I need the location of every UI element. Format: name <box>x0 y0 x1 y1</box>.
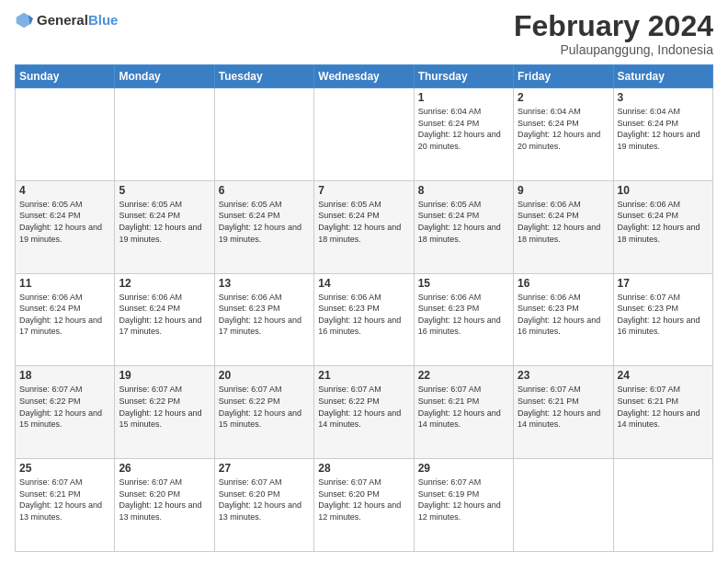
day-cell-9: 9Sunrise: 6:06 AMSunset: 6:24 PMDaylight… <box>514 180 613 273</box>
day-cell-21: 21Sunrise: 6:07 AMSunset: 6:22 PMDayligh… <box>314 366 414 459</box>
svg-marker-0 <box>17 13 32 29</box>
week-row-1: 1Sunrise: 6:04 AMSunset: 6:24 PMDaylight… <box>16 88 713 181</box>
day-number: 2 <box>518 91 609 104</box>
day-number: 5 <box>119 184 210 197</box>
logo-icon <box>15 11 33 29</box>
day-info: Sunrise: 6:07 AMSunset: 6:20 PMDaylight:… <box>318 477 409 523</box>
day-info: Sunrise: 6:06 AMSunset: 6:24 PMDaylight:… <box>518 199 609 245</box>
day-number: 7 <box>318 184 409 197</box>
day-cell-13: 13Sunrise: 6:06 AMSunset: 6:23 PMDayligh… <box>214 273 313 366</box>
day-number: 3 <box>618 91 709 104</box>
day-cell-28: 28Sunrise: 6:07 AMSunset: 6:20 PMDayligh… <box>314 459 414 552</box>
day-number: 21 <box>318 369 409 382</box>
week-row-5: 25Sunrise: 6:07 AMSunset: 6:21 PMDayligh… <box>16 459 713 552</box>
day-cell-14: 14Sunrise: 6:06 AMSunset: 6:23 PMDayligh… <box>314 273 414 366</box>
day-info: Sunrise: 6:07 AMSunset: 6:21 PMDaylight:… <box>618 384 709 430</box>
day-info: Sunrise: 6:06 AMSunset: 6:24 PMDaylight:… <box>119 292 210 338</box>
empty-cell <box>613 459 712 552</box>
day-number: 26 <box>119 462 210 475</box>
day-info: Sunrise: 6:07 AMSunset: 6:22 PMDaylight:… <box>119 384 210 430</box>
logo-general: General <box>37 12 88 28</box>
day-info: Sunrise: 6:06 AMSunset: 6:23 PMDaylight:… <box>318 292 409 338</box>
empty-cell <box>16 88 115 181</box>
empty-cell <box>115 88 214 181</box>
day-cell-18: 18Sunrise: 6:07 AMSunset: 6:22 PMDayligh… <box>16 366 115 459</box>
day-cell-6: 6Sunrise: 6:05 AMSunset: 6:24 PMDaylight… <box>214 180 313 273</box>
day-cell-23: 23Sunrise: 6:07 AMSunset: 6:21 PMDayligh… <box>514 366 613 459</box>
day-info: Sunrise: 6:06 AMSunset: 6:24 PMDaylight:… <box>618 199 709 245</box>
day-info: Sunrise: 6:07 AMSunset: 6:22 PMDaylight:… <box>318 384 409 430</box>
day-info: Sunrise: 6:06 AMSunset: 6:24 PMDaylight:… <box>19 292 110 338</box>
day-header-saturday: Saturday <box>613 65 712 88</box>
day-number: 6 <box>219 184 310 197</box>
top-area: GeneralBlue February 2024 Pulaupanggung,… <box>15 11 713 57</box>
day-cell-29: 29Sunrise: 6:07 AMSunset: 6:19 PMDayligh… <box>414 459 513 552</box>
day-cell-8: 8Sunrise: 6:05 AMSunset: 6:24 PMDaylight… <box>414 180 513 273</box>
day-cell-15: 15Sunrise: 6:06 AMSunset: 6:23 PMDayligh… <box>414 273 513 366</box>
day-header-thursday: Thursday <box>414 65 513 88</box>
week-row-3: 11Sunrise: 6:06 AMSunset: 6:24 PMDayligh… <box>16 273 713 366</box>
calendar: SundayMondayTuesdayWednesdayThursdayFrid… <box>15 64 713 552</box>
day-info: Sunrise: 6:07 AMSunset: 6:21 PMDaylight:… <box>418 384 509 430</box>
day-cell-16: 16Sunrise: 6:06 AMSunset: 6:23 PMDayligh… <box>514 273 613 366</box>
day-cell-26: 26Sunrise: 6:07 AMSunset: 6:20 PMDayligh… <box>115 459 214 552</box>
day-cell-4: 4Sunrise: 6:05 AMSunset: 6:24 PMDaylight… <box>16 180 115 273</box>
day-number: 11 <box>19 277 110 290</box>
day-cell-3: 3Sunrise: 6:04 AMSunset: 6:24 PMDaylight… <box>613 88 712 181</box>
day-number: 20 <box>219 369 310 382</box>
day-info: Sunrise: 6:07 AMSunset: 6:22 PMDaylight:… <box>219 384 310 430</box>
day-info: Sunrise: 6:07 AMSunset: 6:23 PMDaylight:… <box>618 292 709 338</box>
day-cell-19: 19Sunrise: 6:07 AMSunset: 6:22 PMDayligh… <box>115 366 214 459</box>
day-cell-27: 27Sunrise: 6:07 AMSunset: 6:20 PMDayligh… <box>214 459 313 552</box>
day-number: 15 <box>418 277 509 290</box>
day-info: Sunrise: 6:04 AMSunset: 6:24 PMDaylight:… <box>618 106 709 152</box>
day-info: Sunrise: 6:07 AMSunset: 6:21 PMDaylight:… <box>518 384 609 430</box>
day-cell-17: 17Sunrise: 6:07 AMSunset: 6:23 PMDayligh… <box>613 273 712 366</box>
day-number: 12 <box>119 277 210 290</box>
day-info: Sunrise: 6:05 AMSunset: 6:24 PMDaylight:… <box>219 199 310 245</box>
day-number: 16 <box>518 277 609 290</box>
day-info: Sunrise: 6:06 AMSunset: 6:23 PMDaylight:… <box>219 292 310 338</box>
week-row-4: 18Sunrise: 6:07 AMSunset: 6:22 PMDayligh… <box>16 366 713 459</box>
day-cell-22: 22Sunrise: 6:07 AMSunset: 6:21 PMDayligh… <box>414 366 513 459</box>
page: GeneralBlue February 2024 Pulaupanggung,… <box>0 0 728 563</box>
day-info: Sunrise: 6:05 AMSunset: 6:24 PMDaylight:… <box>418 199 509 245</box>
day-number: 24 <box>618 369 709 382</box>
day-number: 27 <box>219 462 310 475</box>
day-cell-1: 1Sunrise: 6:04 AMSunset: 6:24 PMDaylight… <box>414 88 513 181</box>
day-number: 10 <box>618 184 709 197</box>
logo: GeneralBlue <box>15 11 118 29</box>
day-info: Sunrise: 6:07 AMSunset: 6:21 PMDaylight:… <box>19 477 110 523</box>
day-info: Sunrise: 6:07 AMSunset: 6:20 PMDaylight:… <box>119 477 210 523</box>
week-row-2: 4Sunrise: 6:05 AMSunset: 6:24 PMDaylight… <box>16 180 713 273</box>
logo-blue: Blue <box>88 12 119 28</box>
day-number: 9 <box>518 184 609 197</box>
day-info: Sunrise: 6:05 AMSunset: 6:24 PMDaylight:… <box>19 199 110 245</box>
day-info: Sunrise: 6:06 AMSunset: 6:23 PMDaylight:… <box>418 292 509 338</box>
day-number: 22 <box>418 369 509 382</box>
day-cell-2: 2Sunrise: 6:04 AMSunset: 6:24 PMDaylight… <box>514 88 613 181</box>
day-info: Sunrise: 6:05 AMSunset: 6:24 PMDaylight:… <box>119 199 210 245</box>
day-cell-20: 20Sunrise: 6:07 AMSunset: 6:22 PMDayligh… <box>214 366 313 459</box>
day-header-wednesday: Wednesday <box>314 65 414 88</box>
day-info: Sunrise: 6:04 AMSunset: 6:24 PMDaylight:… <box>518 106 609 152</box>
day-number: 17 <box>618 277 709 290</box>
day-info: Sunrise: 6:04 AMSunset: 6:24 PMDaylight:… <box>418 106 509 152</box>
month-title: February 2024 <box>514 11 713 40</box>
day-number: 14 <box>318 277 409 290</box>
day-info: Sunrise: 6:06 AMSunset: 6:23 PMDaylight:… <box>518 292 609 338</box>
day-cell-10: 10Sunrise: 6:06 AMSunset: 6:24 PMDayligh… <box>613 180 712 273</box>
day-info: Sunrise: 6:07 AMSunset: 6:19 PMDaylight:… <box>418 477 509 523</box>
day-number: 29 <box>418 462 509 475</box>
day-number: 18 <box>19 369 110 382</box>
day-number: 19 <box>119 369 210 382</box>
day-header-friday: Friday <box>514 65 613 88</box>
day-cell-11: 11Sunrise: 6:06 AMSunset: 6:24 PMDayligh… <box>16 273 115 366</box>
day-info: Sunrise: 6:05 AMSunset: 6:24 PMDaylight:… <box>318 199 409 245</box>
day-info: Sunrise: 6:07 AMSunset: 6:20 PMDaylight:… <box>219 477 310 523</box>
day-number: 13 <box>219 277 310 290</box>
day-cell-5: 5Sunrise: 6:05 AMSunset: 6:24 PMDaylight… <box>115 180 214 273</box>
day-number: 23 <box>518 369 609 382</box>
day-number: 25 <box>19 462 110 475</box>
day-cell-12: 12Sunrise: 6:06 AMSunset: 6:24 PMDayligh… <box>115 273 214 366</box>
